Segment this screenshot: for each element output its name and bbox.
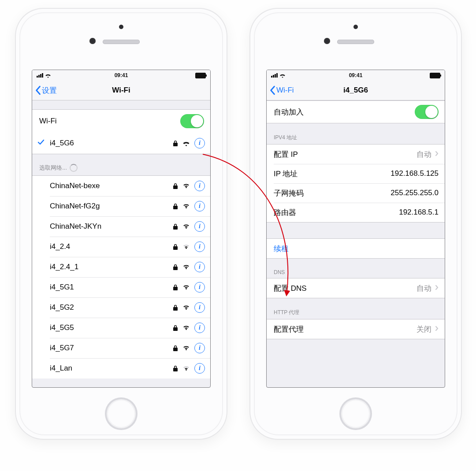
- renew-lease-button[interactable]: 续租: [267, 239, 445, 258]
- network-row[interactable]: i4_5G7i: [32, 338, 210, 358]
- network-row[interactable]: i4_5G5i: [32, 318, 210, 338]
- wifi-icon: [182, 182, 190, 190]
- earpiece: [337, 40, 374, 44]
- wifi-icon: [182, 344, 190, 352]
- lock-icon: [173, 183, 178, 189]
- auto-join-row[interactable]: 自动加入: [267, 101, 445, 123]
- network-name: i4_5G7: [50, 344, 173, 352]
- lock-icon: [173, 264, 178, 270]
- info-icon[interactable]: i: [194, 221, 205, 232]
- configure-proxy-row[interactable]: 配置代理 关闭: [267, 319, 445, 339]
- battery-icon: [430, 73, 440, 78]
- info-icon[interactable]: i: [194, 323, 205, 333]
- lock-icon: [173, 304, 178, 311]
- configure-dns-row[interactable]: 配置 DNS 自动: [267, 278, 445, 298]
- configure-ip-row[interactable]: 配置 IP 自动: [267, 145, 445, 164]
- info-icon[interactable]: i: [194, 181, 205, 191]
- lock-icon: [173, 365, 178, 371]
- network-row[interactable]: i4_2.4_1i: [32, 257, 210, 277]
- camera-dot: [353, 25, 358, 29]
- checkmark-icon: [37, 139, 45, 148]
- choose-network-header: 选取网络...: [32, 154, 210, 175]
- info-icon[interactable]: i: [194, 138, 205, 148]
- svg-point-4: [186, 268, 187, 269]
- connected-network-row[interactable]: i4_5G6 i: [32, 133, 210, 154]
- chevron-right-icon: [435, 150, 439, 159]
- info-icon[interactable]: i: [194, 201, 205, 211]
- nav-bar: 设置 Wi-Fi: [32, 81, 210, 100]
- lock-icon: [173, 284, 178, 290]
- network-name: ChinaNet-fG2g: [50, 202, 173, 211]
- network-name: i4_5G2: [50, 303, 173, 312]
- network-name: ChinaNet-bexe: [50, 182, 173, 190]
- nav-bar: Wi-Fi i4_5G6: [267, 81, 445, 100]
- network-name: i4_2.4: [50, 242, 173, 251]
- lock-icon: [173, 345, 178, 351]
- wifi-toggle[interactable]: [180, 114, 204, 128]
- svg-point-2: [186, 227, 187, 229]
- sensor-dot: [324, 38, 330, 44]
- svg-point-0: [186, 187, 187, 188]
- info-icon[interactable]: i: [194, 282, 205, 293]
- network-row[interactable]: i4_Lani: [32, 358, 210, 378]
- network-row[interactable]: i4_2.4i: [32, 237, 210, 257]
- status-bar: 09:41: [267, 70, 445, 81]
- network-name: i4_2.4_1: [50, 263, 173, 271]
- ip-address-row: IP 地址 192.168.5.125: [267, 164, 445, 183]
- info-icon[interactable]: i: [194, 302, 205, 313]
- ip-address-value: 192.168.5.125: [390, 169, 439, 178]
- configure-proxy-value: 关闭: [416, 324, 431, 334]
- page-title: i4_5G6: [267, 86, 445, 95]
- home-button[interactable]: [105, 397, 138, 430]
- wifi-toggle-label: Wi-Fi: [39, 117, 180, 126]
- wifi-icon: [182, 283, 190, 292]
- network-row[interactable]: ChinaNet-JKYni: [32, 216, 210, 237]
- wifi-icon: [182, 364, 190, 373]
- subnet-mask-row: 子网掩码 255.255.255.0: [267, 183, 445, 203]
- connected-network-name: i4_5G6: [50, 139, 173, 148]
- auto-join-toggle[interactable]: [415, 105, 439, 119]
- battery-icon: [195, 73, 206, 78]
- configure-ip-value: 自动: [416, 149, 431, 159]
- camera-dot: [119, 25, 123, 29]
- info-icon[interactable]: i: [194, 262, 205, 272]
- network-row[interactable]: i4_5G1i: [32, 277, 210, 297]
- home-button[interactable]: [339, 397, 372, 430]
- svg-point-6: [186, 308, 187, 310]
- network-name: ChinaNet-JKYn: [50, 222, 173, 231]
- networks-list: ChinaNet-bexeiChinaNet-fG2giChinaNet-JKY…: [32, 175, 210, 378]
- svg-point-7: [186, 329, 187, 330]
- auto-join-label: 自动加入: [274, 107, 415, 117]
- dns-header: DNS: [267, 259, 445, 278]
- svg-point-3: [186, 248, 187, 249]
- status-time: 09:41: [32, 72, 210, 78]
- network-row[interactable]: ChinaNet-fG2gi: [32, 196, 210, 216]
- screen-wifi-list: 09:41 设置 Wi-Fi Wi-Fi i4_5G6: [32, 70, 211, 388]
- info-icon[interactable]: i: [194, 241, 205, 252]
- screen-wifi-detail: 09:41 Wi-Fi i4_5G6 自动加入 IPV4 地址 配置 IP 自动: [266, 70, 445, 388]
- wifi-toggle-row[interactable]: Wi-Fi: [32, 110, 210, 133]
- network-name: i4_5G1: [50, 283, 173, 292]
- spinner-icon: [70, 164, 78, 172]
- lock-icon: [173, 203, 178, 209]
- status-bar: 09:41: [32, 70, 210, 81]
- earpiece: [103, 40, 140, 44]
- svg-point-5: [186, 288, 187, 289]
- wifi-icon: [182, 263, 190, 271]
- network-row[interactable]: i4_5G2i: [32, 297, 210, 318]
- wifi-icon: [182, 202, 190, 211]
- lock-icon: [173, 223, 178, 230]
- svg-point-9: [186, 369, 187, 371]
- svg-point-1: [186, 207, 187, 208]
- subnet-mask-value: 255.255.255.0: [390, 189, 439, 197]
- network-row[interactable]: ChinaNet-bexei: [32, 176, 210, 196]
- phone-frame-left: 09:41 设置 Wi-Fi Wi-Fi i4_5G6: [15, 8, 227, 440]
- http-proxy-header: HTTP 代理: [267, 298, 445, 319]
- wifi-icon: [182, 222, 190, 231]
- chevron-right-icon: [435, 284, 439, 293]
- svg-point-8: [186, 349, 187, 350]
- configure-dns-value: 自动: [416, 283, 431, 293]
- info-icon[interactable]: i: [194, 343, 205, 353]
- info-icon[interactable]: i: [194, 363, 205, 374]
- lock-icon: [173, 140, 178, 146]
